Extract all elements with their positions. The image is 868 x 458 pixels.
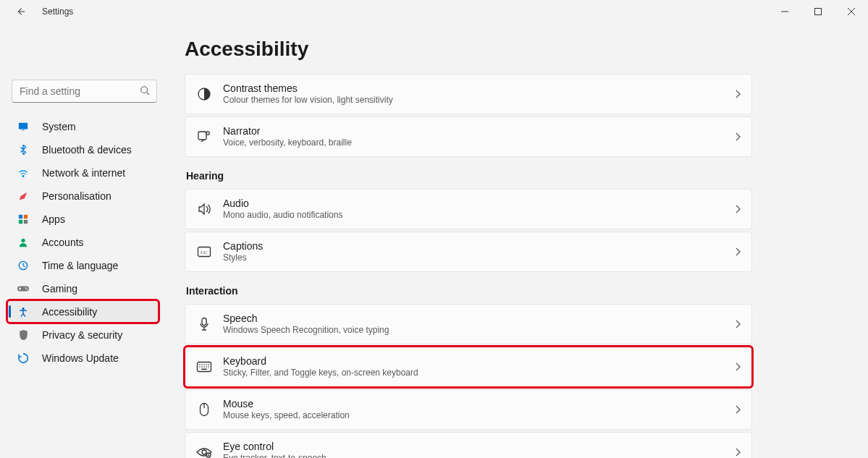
card-text: Audio Mono audio, audio notifications <box>223 198 342 220</box>
card-subtitle: Mono audio, audio notifications <box>223 210 342 220</box>
card-text: Narrator Voice, verbosity, keyboard, bra… <box>223 125 352 148</box>
narrator-icon <box>195 128 213 145</box>
card-title: Audio <box>223 198 342 210</box>
sidebar-item-label: Accessibility <box>42 306 97 318</box>
sidebar-item-label: Apps <box>42 213 65 225</box>
setting-card-narrator[interactable]: Narrator Voice, verbosity, keyboard, bra… <box>185 116 752 157</box>
sidebar-item-privacy[interactable]: Privacy & security <box>7 323 159 346</box>
page-title: Accessibility <box>185 38 752 61</box>
maximize-button[interactable] <box>801 0 835 23</box>
main: Accessibility Contrast themes Colour the… <box>166 23 868 458</box>
time-icon <box>17 260 29 271</box>
privacy-icon <box>17 329 29 341</box>
sidebar-item-personalisation[interactable]: Personalisation <box>7 185 159 207</box>
sidebar-item-accessibility[interactable]: Accessibility <box>7 300 159 323</box>
svg-point-21 <box>199 364 201 365</box>
sidebar-item-network[interactable]: Network & internet <box>7 161 159 184</box>
sidebar-item-apps[interactable]: Apps <box>7 208 159 230</box>
audio-icon <box>195 200 213 218</box>
svg-rect-6 <box>19 219 22 223</box>
sidebar-item-bluetooth[interactable]: Bluetooth & devices <box>7 138 159 161</box>
card-title: Speech <box>223 313 389 325</box>
card-subtitle: Styles <box>223 253 263 263</box>
card-text: Captions Styles <box>223 240 263 263</box>
sidebar: System Bluetooth & devices Network & int… <box>0 23 166 458</box>
network-icon <box>17 167 29 179</box>
chevron-right-icon <box>734 90 741 98</box>
sidebar-item-timelang[interactable]: Time & language <box>7 254 159 276</box>
svg-rect-0 <box>815 9 822 15</box>
svg-rect-4 <box>19 214 22 218</box>
svg-point-26 <box>199 366 201 368</box>
card-title: Mouse <box>223 398 350 410</box>
update-icon <box>17 352 29 364</box>
chevron-right-icon <box>734 205 741 213</box>
accounts-icon <box>17 237 29 248</box>
speech-icon <box>195 315 213 333</box>
bluetooth-icon <box>17 144 29 156</box>
card-text: Mouse Mouse keys, speed, acceleration <box>223 398 350 420</box>
svg-point-28 <box>203 366 205 368</box>
sidebar-item-gaming[interactable]: Gaming <box>7 277 159 300</box>
setting-card-keyboard[interactable]: Keyboard Sticky, Filter, and Toggle keys… <box>185 347 752 387</box>
setting-card-eye[interactable]: Eye control Eye tracker, text-to-speech <box>185 432 752 458</box>
sidebar-item-label: Personalisation <box>42 190 111 202</box>
system-icon <box>17 121 29 132</box>
nav: System Bluetooth & devices Network & int… <box>7 115 159 369</box>
sidebar-item-label: System <box>42 121 76 132</box>
svg-point-27 <box>201 366 203 368</box>
apps-icon <box>17 213 29 225</box>
card-text: Contrast themes Colour themes for low vi… <box>223 82 393 105</box>
sidebar-item-system[interactable]: System <box>7 115 159 137</box>
chevron-right-icon <box>734 362 741 371</box>
setting-card-mouse[interactable]: Mouse Mouse keys, speed, acceleration <box>185 389 752 430</box>
search-input[interactable] <box>12 80 157 103</box>
sidebar-item-update[interactable]: Windows Update <box>7 347 159 369</box>
back-button[interactable] <box>12 3 29 20</box>
svg-rect-5 <box>24 214 28 218</box>
minimize-icon <box>781 8 788 15</box>
svg-point-22 <box>201 364 203 365</box>
svg-rect-3 <box>22 130 25 130</box>
minimize-button[interactable] <box>768 0 801 23</box>
svg-rect-2 <box>19 122 28 129</box>
captions-icon: CC <box>195 243 213 260</box>
close-button[interactable] <box>835 0 868 23</box>
svg-text:CC: CC <box>201 250 208 255</box>
titlebar: Settings <box>0 0 868 23</box>
svg-rect-15 <box>198 132 206 140</box>
close-icon <box>848 8 855 15</box>
sidebar-item-accounts[interactable]: Accounts <box>7 231 159 253</box>
card-text: Eye control Eye tracker, text-to-speech <box>223 441 326 458</box>
contrast-icon <box>195 85 213 103</box>
section-label-hearing: Hearing <box>186 170 752 182</box>
search-wrap <box>12 80 157 103</box>
svg-rect-7 <box>24 219 28 223</box>
svg-point-25 <box>208 364 209 365</box>
card-subtitle: Mouse keys, speed, acceleration <box>223 410 350 420</box>
card-title: Captions <box>223 240 263 253</box>
eye-icon <box>195 444 213 458</box>
chevron-right-icon <box>734 132 741 141</box>
sidebar-item-label: Privacy & security <box>42 329 122 341</box>
setting-card-audio[interactable]: Audio Mono audio, audio notifications <box>185 189 752 229</box>
svg-point-8 <box>21 238 25 242</box>
card-subtitle: Windows Speech Recognition, voice typing <box>223 325 389 335</box>
setting-card-captions[interactable]: CC Captions Styles <box>185 232 752 272</box>
card-subtitle: Colour themes for low vision, light sens… <box>223 95 393 105</box>
card-subtitle: Sticky, Filter, and Toggle keys, on-scre… <box>223 368 418 378</box>
sidebar-item-label: Time & language <box>42 260 118 271</box>
window-controls <box>768 0 868 23</box>
arrow-left-icon <box>15 7 25 17</box>
setting-card-speech[interactable]: Speech Windows Speech Recognition, voice… <box>185 304 752 344</box>
setting-card-contrast[interactable]: Contrast themes Colour themes for low vi… <box>185 74 752 114</box>
card-title: Eye control <box>223 441 326 453</box>
card-title: Narrator <box>223 125 352 137</box>
card-title: Contrast themes <box>223 82 393 95</box>
svg-point-12 <box>26 289 28 290</box>
svg-point-11 <box>25 287 27 289</box>
svg-rect-19 <box>202 318 206 326</box>
svg-point-1 <box>141 87 148 93</box>
section-label-interaction: Interaction <box>186 285 752 297</box>
chevron-right-icon <box>734 320 741 328</box>
